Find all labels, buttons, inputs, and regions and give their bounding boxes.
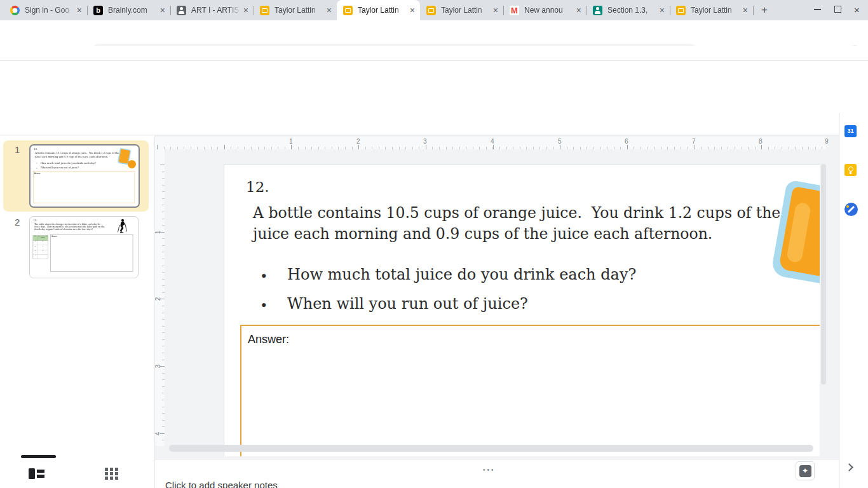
ruler-number: 1 bbox=[289, 138, 293, 145]
grid-view-button[interactable] bbox=[105, 467, 119, 480]
tab-strip: Sign in - Goo × b Brainly.com × ART I - … bbox=[0, 0, 868, 20]
ruler-number: 3 bbox=[154, 365, 161, 369]
tab-close-icon[interactable]: × bbox=[77, 6, 82, 15]
bookmarks-bar: billies.org bookmarks m cursor-control s… bbox=[0, 46, 868, 61]
slide2-thumbnail[interactable]: 13. The table shows the changes in eleva… bbox=[29, 216, 139, 278]
window-minimize-button[interactable] bbox=[814, 9, 821, 10]
vertical-scrollbar[interactable] bbox=[821, 164, 826, 384]
browser-window: Sign in - Goo × b Brainly.com × ART I - … bbox=[0, 0, 868, 488]
orange-juice-image[interactable] bbox=[772, 181, 820, 294]
panel-resize-bar[interactable] bbox=[21, 455, 56, 458]
explore-button[interactable]: ✦ bbox=[796, 461, 815, 480]
ruler-number: 3 bbox=[423, 138, 427, 145]
tab-sign-in[interactable]: Sign in - Goo × bbox=[4, 0, 87, 20]
slides-favicon-icon bbox=[676, 6, 686, 15]
tab-slides-2[interactable]: Taylor Lattin × bbox=[420, 0, 503, 20]
ruler-number: 1 bbox=[154, 231, 161, 234]
slides-header: Taylor Lattimore - 1.3 Self Assessment f… bbox=[0, 61, 868, 113]
speaker-notes-area[interactable]: Click to add speaker notes bbox=[155, 459, 839, 488]
window-close-button[interactable]: × bbox=[854, 4, 860, 15]
tab-slides-3[interactable]: Taylor Lattin × bbox=[670, 0, 753, 20]
tab-slides-1[interactable]: Taylor Lattin × bbox=[254, 0, 337, 20]
notes-resize-handle[interactable]: ••• bbox=[483, 466, 496, 473]
filmstrip-view-button[interactable] bbox=[29, 467, 44, 480]
bullet-dot: ● bbox=[261, 270, 266, 280]
thumb-text: ● bbox=[36, 167, 37, 169]
tab-brainly[interactable]: b Brainly.com × bbox=[87, 0, 170, 20]
tab-title: Taylor Lattin bbox=[441, 6, 491, 15]
problem-number-text[interactable]: 12. bbox=[246, 179, 269, 195]
tab-separator bbox=[170, 6, 171, 15]
slide1-number: 1 bbox=[15, 144, 20, 155]
tab-close-icon[interactable]: × bbox=[160, 6, 165, 15]
tab-separator bbox=[753, 6, 754, 15]
tab-title: ART I - ARTIS bbox=[191, 6, 241, 15]
ruler-number: 8 bbox=[759, 138, 763, 145]
bullet-question-1[interactable]: How much total juice do you drink each d… bbox=[287, 266, 636, 283]
ruler-number: 4 bbox=[154, 432, 161, 436]
thumb-hiker-image bbox=[115, 219, 128, 233]
slides-favicon-icon bbox=[343, 6, 353, 15]
slide1-thumbnail[interactable]: 12. A bottle contains 10.5 cups of orang… bbox=[29, 144, 140, 208]
calendar-icon[interactable]: 31 bbox=[844, 125, 857, 137]
tab-close-icon[interactable]: × bbox=[743, 6, 748, 15]
tab-separator bbox=[87, 6, 88, 15]
tab-title: Taylor Lattin bbox=[358, 6, 407, 15]
slide-editor[interactable]: 12. A bottle contains 10.5 cups of orang… bbox=[224, 164, 820, 456]
ruler-number: 7 bbox=[692, 138, 696, 145]
thumb-text: How much total juice do you drink each d… bbox=[41, 161, 96, 164]
ruler-number: 2 bbox=[154, 297, 161, 301]
slides-toolbar: + bbox=[0, 113, 839, 135]
tab-section[interactable]: Section 1.3, × bbox=[587, 0, 670, 20]
tab-slides-active[interactable]: Taylor Lattin × bbox=[337, 0, 420, 20]
problem-text-line1[interactable]: A bottle contains 10.5 cups of orange ju… bbox=[253, 204, 780, 222]
thumb-text: juice each morning and 0.9 cups of the j… bbox=[35, 155, 108, 158]
answer-label[interactable]: Answer: bbox=[248, 333, 289, 346]
tab-title: Brainly.com bbox=[108, 6, 158, 15]
tab-separator bbox=[254, 6, 254, 15]
window-restore-button[interactable] bbox=[834, 6, 841, 13]
tab-separator bbox=[670, 6, 670, 15]
thumb-text: When will you run out of juice? bbox=[41, 166, 79, 169]
tab-close-icon[interactable]: × bbox=[410, 6, 415, 15]
keep-icon[interactable] bbox=[844, 164, 857, 176]
thumb-text: three days. How many miles of elevation … bbox=[34, 226, 104, 228]
tab-gmail[interactable]: M New annou × bbox=[503, 0, 587, 20]
thumb-text: The table shows the changes in elevation… bbox=[34, 223, 100, 226]
thumb-text: A bottle contains 10.5 cups of orange ju… bbox=[35, 152, 119, 154]
thumb-text: 13. bbox=[33, 219, 37, 221]
tab-title: Section 1.3, bbox=[607, 6, 657, 15]
explore-star-icon: ✦ bbox=[799, 465, 811, 477]
tasks-icon[interactable] bbox=[844, 203, 858, 216]
ruler-number: 9 bbox=[825, 138, 829, 145]
tab-title: Taylor Lattin bbox=[691, 6, 740, 15]
new-tab-button[interactable]: + bbox=[761, 4, 768, 17]
speaker-notes-placeholder[interactable]: Click to add speaker notes bbox=[165, 480, 278, 488]
horizontal-scrollbar[interactable] bbox=[169, 445, 813, 452]
bullet-dot: ● bbox=[261, 299, 266, 309]
person-favicon-icon bbox=[177, 6, 186, 15]
thumb-juice-image bbox=[118, 148, 138, 166]
tab-close-icon[interactable]: × bbox=[493, 6, 498, 15]
ruler-number: 4 bbox=[491, 138, 494, 145]
thumb-text: Answer: bbox=[34, 172, 41, 174]
tab-close-icon[interactable]: × bbox=[576, 6, 581, 15]
thumb-text: fourth day to gain 1 mile of elevation o… bbox=[34, 228, 93, 231]
problem-text-line2[interactable]: juice each morning and 0.9 cups of the j… bbox=[253, 225, 712, 243]
tab-art[interactable]: ART I - ARTIS × bbox=[170, 0, 254, 20]
bullet-question-2[interactable]: When will you run out of juice? bbox=[287, 295, 528, 313]
thumb-elevation-table: Day Change in elevation (miles) 12 2-1 3… bbox=[33, 235, 48, 259]
tab-separator bbox=[503, 6, 504, 15]
tab-close-icon[interactable]: × bbox=[660, 6, 665, 15]
tab-close-icon[interactable]: × bbox=[327, 6, 332, 15]
slides-favicon-icon bbox=[426, 6, 436, 15]
tab-separator bbox=[587, 6, 587, 15]
slide2-number: 2 bbox=[15, 217, 20, 227]
answer-text-box[interactable]: Answer: bbox=[240, 325, 820, 456]
tab-title: Taylor Lattin bbox=[275, 6, 324, 15]
ruler-number: 5 bbox=[558, 138, 562, 145]
google-favicon-icon bbox=[10, 6, 20, 15]
tab-close-icon[interactable]: × bbox=[243, 6, 248, 15]
slides-favicon-icon bbox=[260, 6, 269, 15]
ruler-number: 2 bbox=[356, 138, 360, 145]
